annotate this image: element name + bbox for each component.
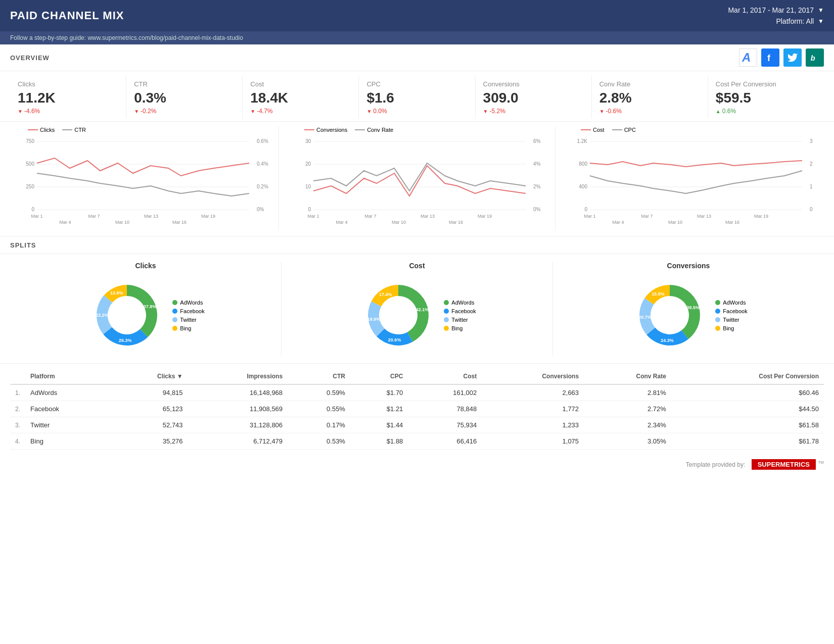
data-table: Platform Clicks ▼ Impressions CTR CPC Co… (0, 364, 834, 455)
svg-text:500: 500 (26, 161, 34, 167)
supermetrics-logo: SUPERMETRICS (752, 459, 816, 470)
donut-svg: 39.5%24.3%20.7%15.5% (629, 275, 710, 356)
row-num: 4. (10, 433, 25, 450)
svg-text:Mar 7: Mar 7 (364, 214, 376, 219)
metric-item-ctr: CTR 0.3% ▼ -0.2% (126, 76, 243, 119)
row-clicks: 52,743 (110, 417, 188, 433)
metric-change: ▼ -5.2% (483, 108, 584, 115)
legend-item: Facebook (172, 308, 204, 314)
metric-item-clicks: Clicks 11.2K ▼ -4.6% (10, 76, 126, 119)
donut-title: Clicks (135, 262, 156, 270)
metric-label: CTR (134, 80, 235, 88)
legend-cpc: CPC (612, 127, 636, 133)
legend-item: Twitter (172, 317, 204, 323)
svg-text:0: 0 (308, 207, 311, 212)
svg-text:13.6%: 13.6% (110, 290, 123, 295)
metric-item-conv-rate: Conv Rate 2.8% ▼ -0.6% (592, 76, 708, 119)
col-ctr: CTR (288, 369, 350, 384)
row-impressions: 31,128,806 (188, 417, 288, 433)
svg-text:3: 3 (810, 138, 813, 144)
date-range: Mar 1, 2017 - Mar 21, 2017 (728, 6, 814, 14)
svg-text:b: b (811, 54, 815, 62)
svg-text:4%: 4% (533, 161, 541, 167)
svg-text:20: 20 (305, 161, 311, 167)
adwords-icon: A (739, 48, 757, 67)
svg-text:Mar 13: Mar 13 (144, 214, 158, 219)
splits-title: SPLITS (10, 241, 36, 249)
header: PAID CHANNEL MIX Mar 1, 2017 - Mar 21, 2… (0, 0, 834, 31)
svg-text:20.7%: 20.7% (639, 315, 652, 320)
svg-text:1.2K: 1.2K (577, 138, 587, 144)
metrics-row: Clicks 11.2K ▼ -4.6% CTR 0.3% ▼ -0.2% Co… (0, 71, 834, 122)
svg-text:22.2%: 22.2% (96, 313, 109, 318)
row-impressions: 6,712,479 (188, 433, 288, 450)
metric-item-cost-per-conversion: Cost Per Conversion $59.5 ▲ 0.6% (708, 76, 824, 119)
svg-text:Mar 1: Mar 1 (584, 214, 595, 219)
metric-label: Cost Per Conversion (716, 80, 816, 88)
table-row: 2. Facebook 65,123 11,908,569 0.55% $1.2… (10, 401, 824, 417)
metric-change: ▲ 0.6% (716, 108, 816, 115)
svg-text:Mar 16: Mar 16 (725, 220, 739, 225)
row-platform: Twitter (25, 417, 110, 433)
row-cpc: $1.21 (350, 401, 408, 417)
svg-text:2: 2 (810, 161, 813, 167)
row-cost-per-conv: $61.58 (671, 417, 824, 433)
svg-text:24.3%: 24.3% (661, 338, 674, 343)
svg-text:Mar 1: Mar 1 (31, 214, 42, 219)
svg-text:0.4%: 0.4% (257, 161, 268, 167)
svg-text:f: f (767, 53, 771, 63)
twitter-icon (783, 48, 802, 67)
row-platform: Facebook (25, 401, 110, 417)
svg-text:1: 1 (810, 184, 813, 189)
svg-text:0%: 0% (257, 207, 264, 212)
svg-text:Mar 16: Mar 16 (172, 220, 187, 225)
svg-text:Mar 13: Mar 13 (697, 214, 711, 219)
row-conv-rate: 2.72% (584, 401, 671, 417)
legend-ctr: CTR (62, 127, 86, 133)
row-conversions: 1,075 (482, 433, 584, 450)
legend-item: Bing (715, 325, 747, 331)
legend-conversions: Conversions (304, 127, 347, 133)
chart-svg-3: 1.2K 800 400 0 3 2 1 0 Mar 1 Mar 7 Mar 1… (563, 135, 824, 229)
row-ctr: 0.59% (288, 384, 350, 401)
col-conversions: Conversions (482, 369, 584, 384)
svg-text:Mar 4: Mar 4 (59, 220, 71, 225)
col-cost: Cost (408, 369, 482, 384)
platform-dropdown-icon[interactable]: ▼ (818, 18, 824, 25)
svg-text:0%: 0% (533, 207, 541, 212)
row-conversions: 1,772 (482, 401, 584, 417)
header-right: Mar 1, 2017 - Mar 21, 2017 ▼ Platform: A… (728, 6, 824, 25)
svg-text:37.9%: 37.9% (144, 304, 157, 309)
col-cpc: CPC (350, 369, 408, 384)
table-row: 1. AdWords 94,815 16,148,968 0.59% $1.70… (10, 384, 824, 401)
table-header: Platform Clicks ▼ Impressions CTR CPC Co… (10, 369, 824, 384)
svg-text:17.4%: 17.4% (379, 292, 392, 297)
platform-logos: A f b (739, 48, 824, 67)
table-row: 4. Bing 35,276 6,712,479 0.53% $1.88 66,… (10, 433, 824, 450)
footer-template-text: Template provided by: (686, 461, 745, 468)
row-cpc: $1.44 (350, 417, 408, 433)
row-impressions: 11,908,569 (188, 401, 288, 417)
date-dropdown-icon[interactable]: ▼ (818, 7, 824, 14)
row-cost-per-conv: $60.46 (671, 384, 824, 401)
row-platform: Bing (25, 433, 110, 450)
row-ctr: 0.55% (288, 401, 350, 417)
metric-change: ▼ 0.0% (366, 108, 467, 115)
legend-item: Bing (444, 325, 476, 331)
row-cost: 66,416 (408, 433, 482, 450)
col-clicks[interactable]: Clicks ▼ (110, 369, 188, 384)
chart-conv: Conversions Conv Rate 30 20 10 0 6% 4% 2… (279, 127, 555, 231)
metric-item-cost: Cost 18.4K ▼ -4.7% (243, 76, 359, 119)
svg-text:0: 0 (31, 207, 34, 212)
legend-conv-rate: Conv Rate (355, 127, 393, 133)
svg-text:Mar 1: Mar 1 (307, 214, 319, 219)
donut-title: Cost (409, 262, 425, 270)
svg-text:0: 0 (810, 207, 813, 212)
metric-item-conversions: Conversions 309.0 ▼ -5.2% (476, 76, 592, 119)
col-conv-rate: Conv Rate (584, 369, 671, 384)
facebook-icon: f (761, 48, 779, 67)
svg-text:Mar 10: Mar 10 (392, 220, 406, 225)
legend-item: AdWords (444, 300, 476, 306)
row-cost-per-conv: $61.78 (671, 433, 824, 450)
overview-title: OVERVIEW (10, 54, 50, 62)
